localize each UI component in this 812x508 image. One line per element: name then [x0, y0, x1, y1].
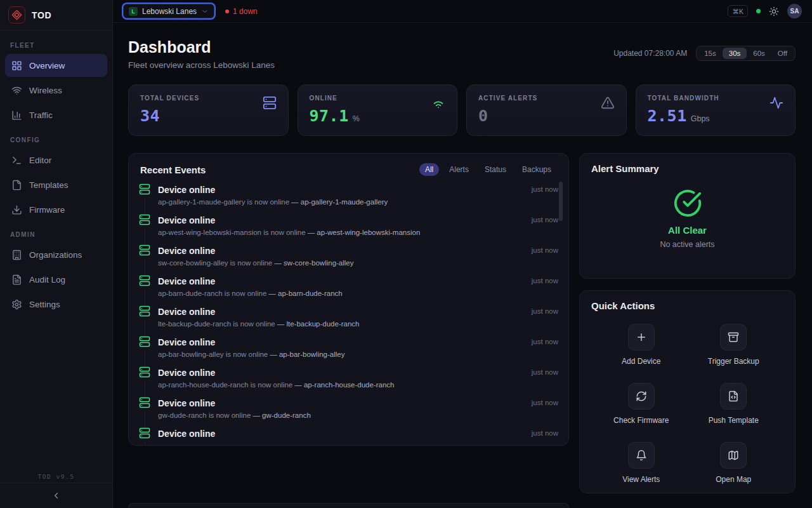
tab-backups[interactable]: Backups [516, 163, 557, 176]
sidebar: TOD FLEET Overview Wireless Traffic CONF… [0, 0, 113, 508]
sidebar-item-label: Overview [29, 61, 65, 70]
user-avatar[interactable]: SA [787, 4, 802, 18]
server-icon [139, 397, 150, 408]
page-header: Dashboard Fleet overview across Lebowski… [128, 38, 796, 70]
event-detail: ap-west-wing-lebowski-mansion is now onl… [158, 229, 524, 236]
quick-action-trigger-backup[interactable]: Trigger Backup [688, 324, 780, 366]
interval-off[interactable]: Off [771, 48, 794, 59]
sidebar-collapse-button[interactable] [0, 483, 112, 508]
theme-toggle-button[interactable] [769, 6, 779, 17]
stat-unit: % [353, 114, 360, 123]
quick-action-check-firmware[interactable]: Check Firmware [595, 383, 688, 425]
event-device-ref: — gw-dude-ranch [252, 411, 310, 419]
quick-action-view-alerts[interactable]: View Alerts [595, 442, 688, 484]
org-selector[interactable]: L Lebowski Lanes [123, 4, 214, 18]
down-status-dot [225, 10, 229, 13]
bell-icon [628, 442, 655, 469]
event-detail: lte-backup-dude-ranch is now online— lte… [158, 320, 524, 328]
recent-events-panel: Recent Events All Alerts Status Backups [128, 153, 569, 446]
stat-online: ONLINE 97.1 % [298, 84, 458, 136]
quick-action-label: View Alerts [622, 475, 660, 484]
sidebar-item-overview[interactable]: Overview [5, 54, 107, 77]
server-icon [139, 427, 150, 439]
sidebar-item-label: Wireless [29, 86, 62, 95]
server-icon [139, 244, 150, 256]
event-content: Device online gw-dude-ranch is now onlin… [158, 397, 524, 427]
event-time: just now [532, 305, 558, 336]
scrollbar-thumb[interactable] [559, 182, 563, 221]
nav-section-config: CONFIG [10, 137, 102, 144]
quick-actions-grid: Add Device Trigger Backup Check Firmware [580, 318, 795, 484]
event-title: Device online [158, 214, 524, 226]
event-rail [139, 244, 150, 275]
quick-action-open-map[interactable]: Open Map [688, 442, 780, 484]
event-content: Device online sw-core-bowling-alley is n… [158, 244, 524, 275]
event-row[interactable]: Device online ap-bar-bowling-alley is no… [139, 336, 558, 366]
sidebar-item-firmware[interactable]: Firmware [5, 198, 107, 221]
event-content: Device online lte-backup-dude-ranch is n… [158, 305, 524, 336]
main-area: L Lebowski Lanes 1 down ⌘K SA Dashboard … [113, 0, 812, 508]
event-rail [139, 275, 150, 305]
refresh-controls: Updated 07:28:00 AM 15s 30s 60s Off [613, 46, 796, 61]
event-detail: ap-ranch-house-dude-ranch is now online—… [158, 381, 524, 389]
interval-60s[interactable]: 60s [747, 48, 771, 59]
event-rail [139, 366, 150, 397]
stat-label: TOTAL DEVICES [140, 95, 277, 102]
event-list: Device online ap-gallery-1-maude-gallery… [129, 182, 568, 446]
quick-action-label: Push Template [709, 416, 759, 425]
event-row[interactable]: Device online ap-barn-dude-ranch is now … [139, 275, 558, 305]
quick-action-push-template[interactable]: Push Template [688, 383, 780, 425]
stat-value-row: 34 [140, 107, 277, 125]
stat-active-alerts: ACTIVE ALERTS 0 [466, 84, 627, 136]
app-logo-icon [8, 6, 25, 23]
sidebar-item-settings[interactable]: Settings [5, 293, 107, 316]
stat-cards: TOTAL DEVICES 34 ONLINE 97.1 % [128, 84, 796, 136]
event-row[interactable]: Device online just now [139, 427, 558, 446]
sidebar-item-templates[interactable]: Templates [5, 173, 107, 196]
sidebar-item-audit-log[interactable]: Audit Log [5, 268, 107, 291]
server-icon [263, 96, 277, 110]
event-row[interactable]: Device online ap-west-wing-lebowski-mans… [139, 214, 558, 244]
building-icon [11, 250, 22, 260]
app-root: TOD FLEET Overview Wireless Traffic CONF… [0, 0, 812, 508]
tab-alerts[interactable]: Alerts [443, 163, 475, 176]
timeline-connector [145, 320, 145, 336]
event-time: just now [532, 427, 558, 446]
event-rail [139, 336, 150, 366]
interval-15s[interactable]: 15s [698, 48, 723, 59]
alert-summary-header: Alert Summary [580, 154, 795, 180]
sidebar-item-editor[interactable]: Editor [5, 149, 107, 171]
event-time: just now [532, 184, 558, 214]
updated-timestamp: Updated 07:28:00 AM [613, 49, 687, 58]
event-row[interactable]: Device online ap-ranch-house-dude-ranch … [139, 366, 558, 397]
sidebar-item-organizations[interactable]: Organizations [5, 243, 107, 266]
panel-title: Recent Events [140, 164, 206, 175]
command-palette-shortcut[interactable]: ⌘K [728, 5, 748, 17]
quick-action-add-device[interactable]: Add Device [595, 324, 688, 366]
stat-value: 0 [478, 107, 488, 125]
refresh-interval-group: 15s 30s 60s Off [696, 46, 796, 61]
event-row[interactable]: Device online sw-core-bowling-alley is n… [139, 244, 558, 275]
event-title: Device online [158, 305, 524, 318]
sidebar-item-wireless[interactable]: Wireless [5, 79, 107, 102]
event-time: just now [532, 275, 558, 305]
interval-30s[interactable]: 30s [723, 48, 747, 59]
nav-section-admin: ADMIN [10, 231, 102, 238]
event-row[interactable]: Device online lte-backup-dude-ranch is n… [139, 305, 558, 336]
brand-name: TOD [32, 10, 51, 20]
stat-unit: Gbps [691, 114, 710, 123]
event-row[interactable]: Device online ap-gallery-1-maude-gallery… [139, 184, 558, 214]
activity-icon [769, 96, 783, 110]
event-title: Device online [158, 275, 524, 287]
sidebar-item-label: Editor [29, 156, 51, 165]
server-icon [139, 336, 150, 347]
tab-status[interactable]: Status [479, 163, 512, 176]
event-device-ref: — ap-west-wing-lebowski-mansion [308, 229, 421, 236]
event-row[interactable]: Device online gw-dude-ranch is now onlin… [139, 397, 558, 427]
sidebar-item-traffic[interactable]: Traffic [5, 104, 107, 126]
event-message: ap-barn-dude-ranch is now online [158, 290, 266, 297]
alert-status: All Clear [668, 225, 707, 236]
tab-all[interactable]: All [419, 163, 439, 176]
stat-label: ONLINE [310, 95, 446, 102]
quick-action-label: Open Map [716, 475, 751, 484]
